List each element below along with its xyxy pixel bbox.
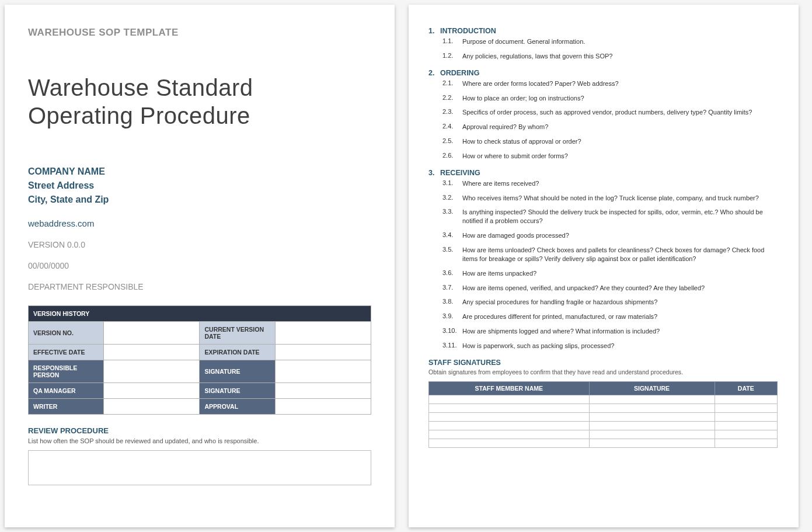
- section-title: 2.ORDERING: [428, 69, 778, 77]
- item-number: 3.5.: [442, 246, 462, 263]
- item-text: How are damaged goods processed?: [462, 231, 778, 240]
- expiration-date-value[interactable]: [275, 345, 371, 360]
- approval-value[interactable]: [275, 399, 371, 415]
- item-number: 3.1.: [442, 179, 462, 188]
- item-number: 3.10.: [442, 327, 462, 336]
- signature-row: [429, 430, 778, 439]
- outline-item: 1.1.Purpose of document. General informa…: [442, 37, 778, 46]
- signature-cell[interactable]: [715, 439, 777, 447]
- review-procedure-sub: List how often the SOP should be reviewe…: [28, 437, 371, 444]
- outline-item: 3.1.Where are items received?: [442, 179, 778, 188]
- review-procedure-input[interactable]: [28, 450, 371, 485]
- item-text: Any special procedures for handling frag…: [462, 298, 778, 307]
- item-text: Where are order forms located? Paper? We…: [462, 79, 778, 88]
- sig-col-signature: SIGNATURE: [589, 381, 715, 395]
- outline-section: 2.ORDERING2.1.Where are order forms loca…: [428, 69, 778, 161]
- signature-cell[interactable]: [715, 430, 777, 439]
- item-number: 1.2.: [442, 52, 462, 61]
- item-number: 3.11.: [442, 342, 462, 350]
- section-items: 1.1.Purpose of document. General informa…: [428, 37, 778, 61]
- signature-cell[interactable]: [715, 412, 777, 421]
- qa-manager-value[interactable]: [104, 383, 200, 399]
- company-name: COMPANY NAME: [28, 165, 371, 179]
- signature-cell[interactable]: [429, 421, 590, 430]
- effective-date-label: EFFECTIVE DATE: [29, 345, 104, 360]
- item-text: Are procedures different for printed, ma…: [462, 312, 778, 321]
- title-line-2: Operating Procedure: [28, 103, 250, 128]
- section-items: 2.1.Where are order forms located? Paper…: [428, 79, 778, 161]
- sig-col-name: STAFF MEMBER NAME: [429, 381, 590, 395]
- template-header: WAREHOUSE SOP TEMPLATE: [28, 27, 371, 39]
- item-text: How to place an order; log on instructio…: [462, 94, 778, 103]
- item-number: 1.1.: [442, 37, 462, 46]
- sop-outline: 1.INTRODUCTION1.1.Purpose of document. G…: [428, 27, 778, 350]
- item-text: How or where to submit order forms?: [462, 152, 778, 161]
- company-street: Street Address: [28, 179, 371, 193]
- item-number: 2.6.: [442, 152, 462, 161]
- signature-cell[interactable]: [589, 395, 715, 404]
- responsible-person-label: RESPONSIBLE PERSON: [29, 360, 104, 383]
- staff-signatures-heading: STAFF SIGNATURES: [428, 359, 778, 367]
- item-number: 2.3.: [442, 108, 462, 117]
- version-label: VERSION 0.0.0: [28, 240, 371, 249]
- review-procedure-heading: REVIEW PROCEDURE: [28, 426, 371, 435]
- signature-cell[interactable]: [715, 395, 777, 404]
- current-version-date-value[interactable]: [275, 322, 371, 345]
- signature-label-2: SIGNATURE: [200, 383, 275, 399]
- signature-cell[interactable]: [429, 404, 590, 412]
- effective-date-value[interactable]: [104, 345, 200, 360]
- document-page-1: WAREHOUSE SOP TEMPLATE Warehouse Standar…: [5, 5, 395, 527]
- signature-row: [429, 421, 778, 430]
- section-title: 3.RECEIVING: [428, 169, 778, 177]
- version-no-value[interactable]: [104, 322, 200, 345]
- staff-signatures-table: STAFF MEMBER NAME SIGNATURE DATE: [428, 381, 778, 448]
- outline-section: 1.INTRODUCTION1.1.Purpose of document. G…: [428, 27, 778, 61]
- web-address: webaddress.com: [28, 218, 371, 228]
- outline-item: 3.5.How are items unloaded? Check boxes …: [442, 246, 778, 263]
- current-version-date-label: CURRENT VERSION DATE: [200, 322, 275, 345]
- item-text: How are items unloaded? Check boxes and …: [462, 246, 778, 263]
- outline-item: 3.2.Who receives items? What should be n…: [442, 194, 778, 203]
- signature-cell[interactable]: [589, 412, 715, 421]
- signature-cell[interactable]: [429, 395, 590, 404]
- signature-cell[interactable]: [589, 439, 715, 447]
- item-text: Where are items received?: [462, 179, 778, 188]
- staff-signatures-sub: Obtain signatures from employees to conf…: [428, 368, 778, 375]
- item-text: Purpose of document. General information…: [462, 37, 778, 46]
- outline-item: 3.9.Are procedures different for printed…: [442, 312, 778, 321]
- writer-label: WRITER: [29, 399, 104, 415]
- outline-item: 3.11.How is paperwork, such as packing s…: [442, 342, 778, 350]
- department-label: DEPARTMENT RESPONSIBLE: [28, 282, 371, 291]
- signature-cell[interactable]: [589, 404, 715, 412]
- signature-value-1[interactable]: [275, 360, 371, 383]
- outline-item: 2.3.Specifics of order process, such as …: [442, 108, 778, 117]
- signature-value-2[interactable]: [275, 383, 371, 399]
- outline-item: 2.2.How to place an order; log on instru…: [442, 94, 778, 103]
- expiration-date-label: EXPIRATION DATE: [200, 345, 275, 360]
- sig-col-date: DATE: [715, 381, 777, 395]
- responsible-person-value[interactable]: [104, 360, 200, 383]
- signature-cell[interactable]: [589, 430, 715, 439]
- item-text: How are items unpacked?: [462, 269, 778, 278]
- signature-cell[interactable]: [429, 412, 590, 421]
- signature-cell[interactable]: [715, 421, 777, 430]
- item-text: How to check status of approval or order…: [462, 137, 778, 146]
- item-text: Who receives items? What should be noted…: [462, 194, 778, 203]
- signature-cell[interactable]: [715, 404, 777, 412]
- approval-label: APPROVAL: [200, 399, 275, 415]
- signature-row: [429, 404, 778, 412]
- signature-cell[interactable]: [429, 439, 590, 447]
- version-table-header: VERSION HISTORY: [29, 306, 371, 322]
- outline-item: 2.5.How to check status of approval or o…: [442, 137, 778, 146]
- signature-cell[interactable]: [589, 421, 715, 430]
- signature-cell[interactable]: [429, 430, 590, 439]
- outline-item: 3.10.How are shipments logged and where?…: [442, 327, 778, 336]
- item-text: Is anything inspected? Should the delive…: [462, 208, 778, 225]
- outline-item: 2.1.Where are order forms located? Paper…: [442, 79, 778, 88]
- writer-value[interactable]: [104, 399, 200, 415]
- signature-row: [429, 395, 778, 404]
- title-line-1: Warehouse Standard: [28, 75, 253, 100]
- section-title: 1.INTRODUCTION: [428, 27, 778, 35]
- item-number: 2.5.: [442, 137, 462, 146]
- item-number: 3.6.: [442, 269, 462, 278]
